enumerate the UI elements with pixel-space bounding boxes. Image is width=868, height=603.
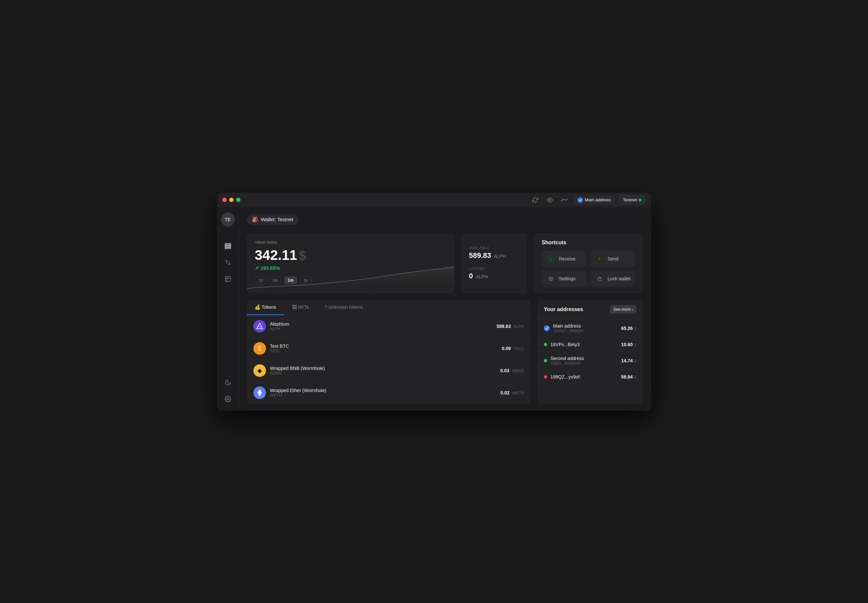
main-address-check-icon — [544, 325, 550, 331]
svg-marker-8 — [257, 323, 263, 329]
wallet-emoji: 🎒 — [252, 216, 258, 223]
svg-point-5 — [227, 398, 229, 400]
svg-point-6 — [550, 278, 552, 279]
token-bnb-amount: 0.03 WBNB — [500, 368, 524, 374]
tab-nfts[interactable]: 🖼 NFTs — [284, 300, 317, 315]
shortcuts-title: Shortcuts — [541, 240, 635, 246]
token-row[interactable]: Alephium ALPH 589.83 ALPH — [247, 315, 531, 337]
btc-icon: ₿ — [253, 342, 266, 355]
addresses-header: Your addresses See more › — [537, 300, 643, 319]
address-main-info: Main address 1DrDyT...fMrpQH — [553, 323, 621, 333]
send-label: Send — [608, 256, 618, 261]
balance-panel: Available 589.83 ALPH Locked 0 ALPH — [461, 233, 527, 293]
available-value-row: 589.83 ALPH — [469, 251, 519, 260]
addresses-panel: Your addresses See more › — [537, 300, 643, 404]
testnet-dot — [639, 199, 642, 201]
shortcuts-panel: Shortcuts ↓ Receive ↑ Send — [533, 233, 643, 293]
address-3-value: 14.74 $ — [621, 358, 637, 363]
address-row[interactable]: 199QZ...yx9of: 58.94 $ — [537, 370, 643, 384]
close-button[interactable] — [222, 198, 226, 202]
receive-label: Receive — [559, 256, 575, 261]
title-bar-right: Main address Testnet — [530, 195, 646, 205]
locked-amount: 0 — [469, 272, 473, 280]
svg-marker-10 — [257, 389, 262, 394]
app-window: Main address Testnet TE — [217, 193, 651, 411]
address-row[interactable]: Second address 15jjEx...6VW2oi4 14.74 $ — [537, 351, 643, 370]
svg-rect-2 — [225, 245, 231, 247]
see-more-button[interactable]: See more › — [610, 305, 637, 314]
tabs-row: 💰 Tokens 🖼 NFTs ? Unknown tokens — [247, 300, 531, 315]
lock-wallet-label: Lock wallet — [608, 276, 631, 281]
svg-rect-3 — [225, 247, 231, 249]
address-row[interactable]: 16VPv...BiAy3 10.60 $ — [537, 337, 643, 351]
token-list: Alephium ALPH 589.83 ALPH ₿ — [247, 315, 531, 404]
send-icon: ↑ — [595, 254, 604, 263]
sidebar-item-tokens[interactable] — [222, 240, 234, 252]
sidebar: TE — [217, 207, 239, 411]
title-bar: Main address Testnet — [217, 193, 651, 207]
address-2-value: 10.60 $ — [621, 342, 637, 348]
shortcut-lock-wallet[interactable]: Lock wallet — [591, 271, 635, 287]
token-alph-amount: 589.83 ALPH — [496, 323, 524, 329]
token-alph-info: Alephium ALPH — [270, 321, 496, 331]
testnet-badge[interactable]: Testnet — [618, 195, 646, 205]
address-dot-green — [544, 343, 547, 346]
token-eth-info: Wrapped Ether (Wormhole) WETH — [270, 388, 501, 398]
shortcut-settings[interactable]: Settings — [541, 271, 586, 287]
address-dot-red — [544, 375, 547, 379]
token-btc-amount: 0.09 TBTC — [502, 345, 524, 351]
main-address-label: Main address — [585, 197, 611, 203]
avatar[interactable]: TE — [221, 213, 235, 226]
value-panel: Value today 342.11 $ ↗ 193.85% 1d 1w 1m … — [247, 233, 454, 293]
wallet-name: Wallet: Testnet — [261, 216, 293, 222]
bottom-section: 💰 Tokens 🖼 NFTs ? Unknown tokens — [247, 300, 643, 404]
value-amount: 342.11 $ — [255, 247, 446, 263]
available-label: Available — [469, 246, 519, 250]
address-3-info: Second address 15jjEx...6VW2oi4 — [550, 356, 621, 366]
svg-rect-7 — [598, 278, 601, 280]
locked-balance: Locked 0 ALPH — [469, 266, 519, 280]
chart-svg — [247, 263, 454, 293]
address-4-value: 58.94 $ — [621, 374, 637, 380]
network-button[interactable] — [559, 195, 570, 205]
refresh-button[interactable] — [530, 195, 541, 205]
value-number: 342.11 — [255, 247, 297, 263]
main-address-badge[interactable]: Main address — [574, 195, 615, 205]
sidebar-item-transfers[interactable] — [222, 256, 234, 269]
lock-icon — [595, 274, 604, 283]
token-row[interactable]: ₿ Test BTC TBTC 0.09 TBTC — [247, 337, 531, 360]
value-currency-symbol: $ — [299, 249, 305, 263]
value-today-label: Value today — [255, 240, 446, 245]
wallet-title[interactable]: 🎒 Wallet: Testnet — [247, 214, 299, 225]
tokens-panel: 💰 Tokens 🖼 NFTs ? Unknown tokens — [247, 300, 531, 404]
locked-unit: ALPH — [476, 274, 488, 279]
chevron-right-icon: › — [632, 308, 633, 311]
sidebar-item-theme[interactable] — [222, 376, 234, 389]
settings-icon — [546, 274, 555, 283]
sidebar-item-nft[interactable] — [222, 273, 234, 285]
receive-icon: ↓ — [546, 254, 555, 263]
tab-tokens[interactable]: 💰 Tokens — [247, 300, 284, 315]
addresses-title: Your addresses — [544, 306, 583, 312]
content-area: TE — [217, 207, 651, 411]
settings-label: Settings — [559, 276, 575, 281]
address-row[interactable]: Main address 1DrDyT...fMrpQH 65.26 $ — [537, 319, 643, 337]
eye-button[interactable] — [544, 195, 555, 205]
token-row[interactable]: ◆ Wrapped BNB (Wormhole) WBNB 0.03 WBNB — [247, 360, 531, 382]
address-4-info: 199QZ...yx9of: — [550, 374, 621, 379]
token-row[interactable]: Wrapped Ether (Wormhole) WETH 0.02 WETH — [247, 382, 531, 404]
chart-container — [247, 263, 454, 293]
svg-rect-4 — [225, 277, 230, 281]
sidebar-item-settings[interactable] — [222, 393, 234, 405]
available-amount: 589.83 — [469, 251, 491, 260]
minimize-button[interactable] — [229, 198, 234, 202]
available-balance: Available 589.83 ALPH — [469, 246, 519, 260]
tab-unknown[interactable]: ? Unknown tokens — [317, 300, 371, 315]
main-content: 🎒 Wallet: Testnet Value today 342.11 $ ↗… — [239, 207, 651, 411]
svg-rect-1 — [225, 243, 231, 245]
shortcuts-grid: ↓ Receive ↑ Send — [541, 251, 635, 287]
shortcut-send[interactable]: ↑ Send — [591, 251, 635, 267]
svg-point-0 — [549, 199, 551, 201]
maximize-button[interactable] — [236, 198, 240, 202]
shortcut-receive[interactable]: ↓ Receive — [541, 251, 586, 267]
